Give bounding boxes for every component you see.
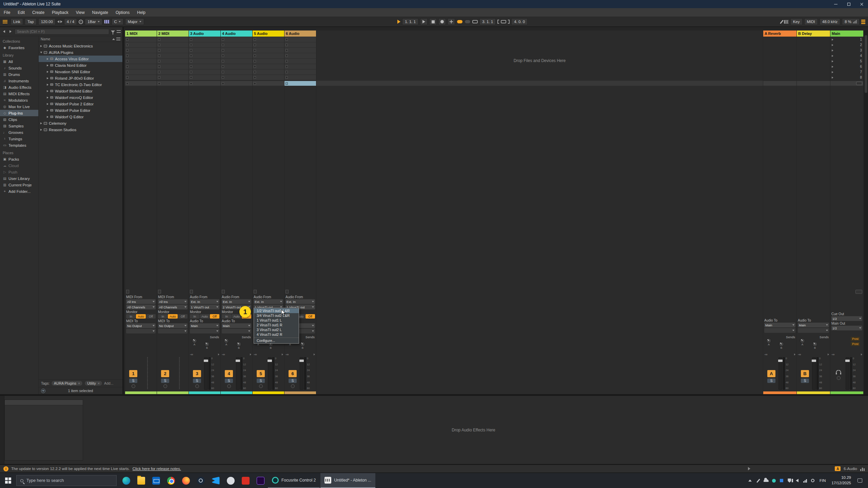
main-track-header[interactable]: Main <box>830 30 863 37</box>
send-a-post-toggle[interactable]: Post <box>851 337 860 341</box>
stop-button[interactable] <box>429 18 437 25</box>
maximize-button[interactable] <box>842 0 855 8</box>
sidebar-item-library[interactable]: ▭ Templates <box>0 142 38 148</box>
vscode-icon[interactable] <box>208 473 223 488</box>
expand-triangle-icon[interactable] <box>40 45 42 47</box>
arm-button[interactable] <box>259 384 263 388</box>
selected-scene-slot[interactable] <box>253 81 284 86</box>
follow-button[interactable] <box>397 20 400 24</box>
sidebar-item-library[interactable]: ▤ MIDI Effects <box>0 90 38 97</box>
sidebar-item-library[interactable]: ▨ Samples <box>0 123 38 129</box>
clip-slot[interactable] <box>253 53 284 58</box>
tap-tempo-button[interactable]: Tap <box>25 18 37 25</box>
browser-search-input[interactable] <box>15 29 109 35</box>
sidebar-item-place[interactable]: + Add Folder... <box>0 188 38 195</box>
send-a-knob[interactable] <box>800 338 805 343</box>
input-type-chooser[interactable]: Ext. In <box>285 299 315 304</box>
clock[interactable]: 10.29 17/12/2025 <box>828 475 854 486</box>
output-channel-chooser[interactable] <box>190 329 219 333</box>
track-activator-button[interactable]: 4 <box>225 370 233 377</box>
link-button[interactable]: Link <box>11 18 23 25</box>
clip-slot[interactable] <box>189 59 220 64</box>
sidebar-item-library[interactable]: ◨ Audio Effects <box>0 84 38 90</box>
scene-row[interactable]: 5 <box>830 59 863 64</box>
clip-slot[interactable] <box>221 59 252 64</box>
scene-row[interactable]: 3 <box>830 48 863 53</box>
back-to-arrangement-button[interactable] <box>855 290 862 294</box>
clip-slot[interactable] <box>221 64 252 69</box>
solo-button[interactable]: S <box>767 379 775 383</box>
expand-triangle-icon[interactable] <box>47 77 48 79</box>
scrollbar-thumb[interactable] <box>865 35 867 93</box>
premiere-icon[interactable] <box>253 473 268 488</box>
arm-button[interactable] <box>163 384 167 388</box>
cue-out-chooser[interactable]: 1/2 <box>831 316 862 321</box>
tag-chip[interactable]: AURA Plugins × <box>51 381 83 386</box>
return-track-header[interactable]: B Delay <box>797 30 830 37</box>
expand-triangle-icon[interactable] <box>40 129 42 131</box>
arm-button[interactable] <box>291 384 295 388</box>
output-channel-chooser[interactable] <box>222 329 251 333</box>
fader-handle[interactable] <box>778 360 783 362</box>
mail-icon[interactable] <box>149 473 163 488</box>
start-button[interactable] <box>0 473 16 488</box>
expand-triangle-icon[interactable] <box>47 90 48 92</box>
sidebar-item-library[interactable]: ♩ Grooves <box>0 129 38 136</box>
metronome-icon[interactable] <box>79 20 83 24</box>
clip-slot[interactable] <box>284 48 316 53</box>
menu-option[interactable]: 4 VirusTI out2 R <box>254 332 299 337</box>
firefox-icon[interactable] <box>178 473 193 488</box>
scene-row[interactable]: 8 <box>830 75 863 80</box>
fader-handle[interactable] <box>299 360 304 362</box>
monitor-off-button[interactable]: Off <box>146 314 156 319</box>
volume-fader[interactable] <box>812 357 816 390</box>
taskbar-app-button[interactable]: Untitled* - Ableton ... <box>320 473 375 488</box>
sidebar-item-library[interactable]: ♮ Tunings <box>0 136 38 142</box>
tree-item[interactable]: AURA Plugins <box>39 49 122 56</box>
tree-item[interactable]: Celemony <box>39 120 122 126</box>
taskbar-app-button[interactable]: Focusrite Control 2 <box>268 473 320 488</box>
return-activator-button[interactable]: A <box>767 370 775 377</box>
nudge-down-icon[interactable] <box>57 20 59 23</box>
edge-icon[interactable] <box>119 473 134 488</box>
clip-slot[interactable] <box>125 75 157 80</box>
main-volume-fader[interactable] <box>846 357 849 390</box>
tree-item[interactable]: Waldorf Q Editor <box>39 114 122 120</box>
clip-slot[interactable] <box>284 37 316 42</box>
scene-row[interactable]: 4 <box>830 53 863 58</box>
track-header[interactable]: 3 Audio <box>189 30 220 37</box>
nudge-up-icon[interactable] <box>60 20 62 23</box>
loop-button[interactable] <box>472 20 478 23</box>
arm-button[interactable] <box>227 384 231 388</box>
volume-fader[interactable] <box>204 357 208 390</box>
menu-item[interactable]: Navigate <box>88 8 112 17</box>
tree-item[interactable]: Roland JP-80x0 Editor <box>39 75 122 81</box>
loop-brackets-icon[interactable] <box>501 20 506 23</box>
clip-slot[interactable] <box>189 53 220 58</box>
clip-slot[interactable] <box>253 37 284 42</box>
draw-mode-button[interactable] <box>780 20 784 24</box>
browser-back-button[interactable] <box>2 29 6 34</box>
plugin-window-titlebar[interactable] <box>5 400 83 405</box>
monitor-in-button[interactable]: In <box>190 314 199 319</box>
list-options-icon[interactable] <box>116 38 120 40</box>
sidebar-item-library[interactable]: ♫ Instruments <box>0 78 38 84</box>
track-header[interactable]: 2 MIDI <box>157 30 189 37</box>
midi-map-button[interactable]: MIDI <box>804 18 818 25</box>
fader-handle[interactable] <box>204 360 208 362</box>
send-b-knob[interactable] <box>779 342 784 347</box>
tree-item[interactable]: Novation SNII Editor <box>39 68 122 75</box>
clip-slot[interactable] <box>284 53 316 58</box>
send-a-knob[interactable] <box>224 338 229 343</box>
clip-slot[interactable] <box>157 53 189 58</box>
arm-button[interactable] <box>195 384 199 388</box>
monitor-in-button[interactable]: In <box>126 314 136 319</box>
scene-row[interactable]: 7 <box>830 69 863 75</box>
add-tag-button[interactable]: Add... <box>104 381 113 385</box>
tempo-field[interactable]: 120.00 <box>38 18 56 25</box>
clip-slot[interactable] <box>189 69 220 75</box>
punch-out-button[interactable] <box>508 20 510 24</box>
record-button[interactable] <box>438 18 446 25</box>
input-type-chooser[interactable]: Ext. In <box>190 299 219 304</box>
clip-slot[interactable] <box>253 59 284 64</box>
